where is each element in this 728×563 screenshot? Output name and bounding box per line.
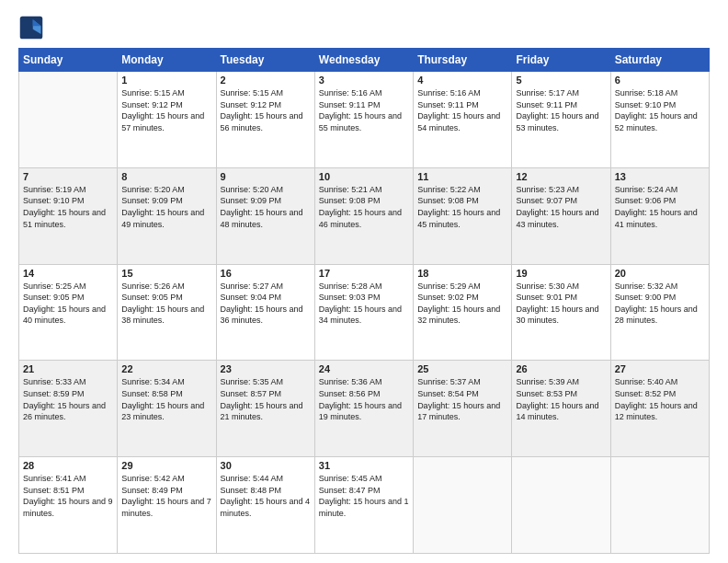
calendar-cell: 18Sunrise: 5:29 AMSunset: 9:02 PMDayligh…: [414, 264, 512, 361]
day-info: Sunrise: 5:35 AMSunset: 8:57 PMDaylight:…: [221, 376, 311, 422]
calendar-cell: 23Sunrise: 5:35 AMSunset: 8:57 PMDayligh…: [216, 361, 314, 457]
calendar-cell: 10Sunrise: 5:21 AMSunset: 9:08 PMDayligh…: [314, 167, 413, 264]
calendar-cell: 28Sunrise: 5:41 AMSunset: 8:51 PMDayligh…: [19, 457, 118, 554]
calendar-cell: [414, 457, 512, 554]
calendar-cell: 14Sunrise: 5:25 AMSunset: 9:05 PMDayligh…: [19, 264, 118, 361]
calendar-week-row: 1Sunrise: 5:15 AMSunset: 9:12 PMDaylight…: [19, 72, 710, 168]
calendar-week-row: 14Sunrise: 5:25 AMSunset: 9:05 PMDayligh…: [19, 264, 710, 361]
day-info: Sunrise: 5:23 AMSunset: 9:07 PMDaylight:…: [516, 184, 606, 230]
calendar-cell: 27Sunrise: 5:40 AMSunset: 8:52 PMDayligh…: [610, 361, 709, 457]
day-number: 10: [319, 171, 409, 182]
weekday-header-friday: Friday: [512, 49, 610, 72]
day-number: 7: [23, 171, 113, 182]
day-info: Sunrise: 5:45 AMSunset: 8:47 PMDaylight:…: [319, 473, 409, 519]
day-info: Sunrise: 5:20 AMSunset: 9:09 PMDaylight:…: [121, 184, 211, 230]
calendar-week-row: 28Sunrise: 5:41 AMSunset: 8:51 PMDayligh…: [19, 457, 710, 554]
calendar-cell: 6Sunrise: 5:18 AMSunset: 9:10 PMDaylight…: [610, 72, 709, 168]
day-number: 27: [615, 363, 705, 374]
day-info: Sunrise: 5:37 AMSunset: 8:54 PMDaylight:…: [417, 376, 507, 422]
day-number: 8: [121, 171, 211, 182]
day-number: 15: [121, 268, 211, 279]
calendar-cell: 3Sunrise: 5:16 AMSunset: 9:11 PMDaylight…: [314, 72, 413, 168]
weekday-header-saturday: Saturday: [610, 49, 709, 72]
calendar-cell: 1Sunrise: 5:15 AMSunset: 9:12 PMDaylight…: [118, 72, 216, 168]
day-info: Sunrise: 5:18 AMSunset: 9:10 PMDaylight:…: [615, 87, 705, 133]
day-info: Sunrise: 5:44 AMSunset: 8:48 PMDaylight:…: [221, 473, 311, 519]
day-info: Sunrise: 5:15 AMSunset: 9:12 PMDaylight:…: [121, 87, 211, 133]
calendar-cell: 30Sunrise: 5:44 AMSunset: 8:48 PMDayligh…: [216, 457, 314, 554]
calendar-cell: 15Sunrise: 5:26 AMSunset: 9:05 PMDayligh…: [118, 264, 216, 361]
day-number: 16: [221, 268, 311, 279]
day-info: Sunrise: 5:21 AMSunset: 9:08 PMDaylight:…: [319, 184, 409, 230]
day-info: Sunrise: 5:29 AMSunset: 9:02 PMDaylight:…: [417, 281, 507, 327]
weekday-header-wednesday: Wednesday: [314, 49, 413, 72]
day-info: Sunrise: 5:36 AMSunset: 8:56 PMDaylight:…: [319, 376, 409, 422]
calendar-cell: 8Sunrise: 5:20 AMSunset: 9:09 PMDaylight…: [118, 167, 216, 264]
day-number: 19: [516, 268, 606, 279]
calendar-cell: 25Sunrise: 5:37 AMSunset: 8:54 PMDayligh…: [414, 361, 512, 457]
calendar-cell: 2Sunrise: 5:15 AMSunset: 9:12 PMDaylight…: [216, 72, 314, 168]
day-info: Sunrise: 5:27 AMSunset: 9:04 PMDaylight:…: [221, 281, 311, 327]
logo: [18, 15, 48, 40]
calendar-cell: 26Sunrise: 5:39 AMSunset: 8:53 PMDayligh…: [512, 361, 610, 457]
day-info: Sunrise: 5:20 AMSunset: 9:09 PMDaylight:…: [221, 184, 311, 230]
day-info: Sunrise: 5:34 AMSunset: 8:58 PMDaylight:…: [121, 376, 211, 422]
day-info: Sunrise: 5:32 AMSunset: 9:00 PMDaylight:…: [615, 281, 705, 327]
logo-icon: [18, 15, 44, 40]
weekday-header-sunday: Sunday: [19, 49, 118, 72]
day-number: 1: [121, 75, 211, 86]
day-number: 18: [417, 268, 507, 279]
day-number: 23: [221, 363, 311, 374]
day-number: 22: [121, 363, 211, 374]
calendar-cell: 4Sunrise: 5:16 AMSunset: 9:11 PMDaylight…: [414, 72, 512, 168]
day-info: Sunrise: 5:22 AMSunset: 9:08 PMDaylight:…: [417, 184, 507, 230]
day-number: 3: [319, 75, 409, 86]
day-info: Sunrise: 5:42 AMSunset: 8:49 PMDaylight:…: [121, 473, 211, 519]
calendar-cell: 21Sunrise: 5:33 AMSunset: 8:59 PMDayligh…: [19, 361, 118, 457]
day-info: Sunrise: 5:26 AMSunset: 9:05 PMDaylight:…: [121, 281, 211, 327]
day-number: 17: [319, 268, 409, 279]
day-number: 26: [516, 363, 606, 374]
day-info: Sunrise: 5:28 AMSunset: 9:03 PMDaylight:…: [319, 281, 409, 327]
calendar-cell: 13Sunrise: 5:24 AMSunset: 9:06 PMDayligh…: [610, 167, 709, 264]
day-info: Sunrise: 5:15 AMSunset: 9:12 PMDaylight:…: [221, 87, 311, 133]
day-number: 2: [221, 75, 311, 86]
header: [18, 15, 710, 40]
day-number: 28: [23, 460, 113, 471]
calendar-cell: 19Sunrise: 5:30 AMSunset: 9:01 PMDayligh…: [512, 264, 610, 361]
calendar-week-row: 21Sunrise: 5:33 AMSunset: 8:59 PMDayligh…: [19, 361, 710, 457]
weekday-header-row: SundayMondayTuesdayWednesdayThursdayFrid…: [19, 49, 710, 72]
day-number: 4: [417, 75, 507, 86]
day-info: Sunrise: 5:40 AMSunset: 8:52 PMDaylight:…: [615, 376, 705, 422]
weekday-header-thursday: Thursday: [414, 49, 512, 72]
calendar-cell: [19, 72, 118, 168]
calendar-table: SundayMondayTuesdayWednesdayThursdayFrid…: [18, 48, 710, 554]
day-number: 21: [23, 363, 113, 374]
calendar-cell: 9Sunrise: 5:20 AMSunset: 9:09 PMDaylight…: [216, 167, 314, 264]
calendar-cell: 29Sunrise: 5:42 AMSunset: 8:49 PMDayligh…: [118, 457, 216, 554]
day-number: 20: [615, 268, 705, 279]
day-number: 5: [516, 75, 606, 86]
day-number: 24: [319, 363, 409, 374]
day-info: Sunrise: 5:17 AMSunset: 9:11 PMDaylight:…: [516, 87, 606, 133]
calendar-cell: 22Sunrise: 5:34 AMSunset: 8:58 PMDayligh…: [118, 361, 216, 457]
day-number: 30: [221, 460, 311, 471]
day-number: 13: [615, 171, 705, 182]
calendar-cell: 24Sunrise: 5:36 AMSunset: 8:56 PMDayligh…: [314, 361, 413, 457]
day-number: 12: [516, 171, 606, 182]
calendar-cell: 17Sunrise: 5:28 AMSunset: 9:03 PMDayligh…: [314, 264, 413, 361]
day-number: 31: [319, 460, 409, 471]
day-number: 9: [221, 171, 311, 182]
calendar-page: SundayMondayTuesdayWednesdayThursdayFrid…: [0, 0, 728, 563]
day-info: Sunrise: 5:41 AMSunset: 8:51 PMDaylight:…: [23, 473, 113, 519]
calendar-cell: 11Sunrise: 5:22 AMSunset: 9:08 PMDayligh…: [414, 167, 512, 264]
calendar-cell: [610, 457, 709, 554]
day-number: 11: [417, 171, 507, 182]
day-info: Sunrise: 5:19 AMSunset: 9:10 PMDaylight:…: [23, 184, 113, 230]
day-info: Sunrise: 5:33 AMSunset: 8:59 PMDaylight:…: [23, 376, 113, 422]
day-number: 6: [615, 75, 705, 86]
calendar-cell: 7Sunrise: 5:19 AMSunset: 9:10 PMDaylight…: [19, 167, 118, 264]
weekday-header-tuesday: Tuesday: [216, 49, 314, 72]
day-number: 14: [23, 268, 113, 279]
day-info: Sunrise: 5:16 AMSunset: 9:11 PMDaylight:…: [417, 87, 507, 133]
